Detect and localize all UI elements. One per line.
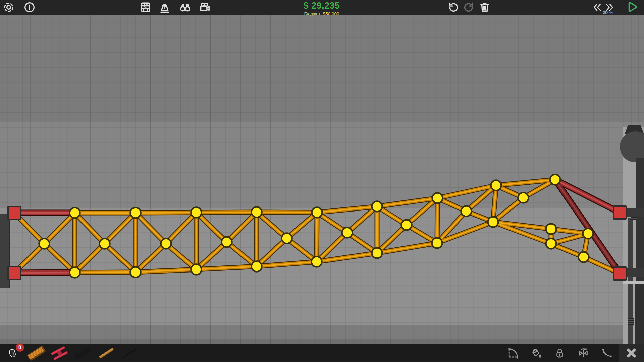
bridge-member-wood[interactable] <box>136 213 166 244</box>
blueprint-view-button[interactable] <box>139 0 153 15</box>
bridge-joint[interactable] <box>579 252 589 262</box>
bridge-joint[interactable] <box>401 220 412 230</box>
bridge-member-wood[interactable] <box>136 244 166 272</box>
tool-lock[interactable] <box>548 344 572 362</box>
bridge-joint[interactable] <box>70 208 80 218</box>
bridge-structure[interactable] <box>0 15 644 344</box>
tool-mirror-flip[interactable] <box>572 344 595 362</box>
bridge-joint[interactable] <box>546 224 556 234</box>
bridge-member-wood[interactable] <box>136 213 196 213</box>
road-icon <box>11 350 14 356</box>
budget-display: $ 29,235 Бюджет: $50,000 <box>288 0 355 16</box>
bridge-member-wood[interactable] <box>257 212 287 238</box>
zoom-level: 300% <box>596 10 620 15</box>
tool-spline-joints[interactable] <box>595 344 619 362</box>
bridge-member-wood[interactable] <box>287 213 317 238</box>
bridge-anchor[interactable] <box>613 206 626 219</box>
bridge-member-wood[interactable] <box>105 213 136 244</box>
play-icon <box>625 0 639 14</box>
weight-icon: T <box>159 1 171 13</box>
bridge-member-wood[interactable] <box>44 244 75 273</box>
delete-all-button[interactable] <box>478 0 492 15</box>
bridge-joint[interactable] <box>372 201 382 212</box>
bridge-member-wood[interactable] <box>105 244 136 272</box>
observe-button[interactable] <box>178 0 192 15</box>
bridge-anchor[interactable] <box>8 206 21 219</box>
bridge-joint[interactable] <box>342 228 353 238</box>
bridge-joint[interactable] <box>39 239 50 249</box>
bridge-joint[interactable] <box>461 206 472 217</box>
svg-text:T: T <box>163 6 166 10</box>
bridge-joint[interactable] <box>312 207 322 218</box>
tool-close[interactable] <box>619 344 644 362</box>
bridge-anchor[interactable] <box>8 266 21 279</box>
bridge-joint[interactable] <box>191 264 202 275</box>
bridge-member-steel[interactable] <box>14 273 75 273</box>
bridge-member-wood[interactable] <box>44 213 75 244</box>
bridge-joint[interactable] <box>583 229 593 239</box>
bridge-joint[interactable] <box>518 193 529 203</box>
current-cost: $ 29,235 <box>288 1 355 10</box>
material-wood[interactable] <box>26 344 46 362</box>
bridge-joint[interactable] <box>252 207 262 218</box>
material-cable[interactable] <box>120 344 140 362</box>
tool-palette <box>501 344 644 362</box>
steel-icon <box>51 346 68 360</box>
redo-button[interactable] <box>462 0 475 15</box>
bridge-joint[interactable] <box>252 261 262 272</box>
bridge-member-wood[interactable] <box>166 244 196 269</box>
material-road[interactable]: 0 <box>3 344 22 362</box>
bridge-anchor[interactable] <box>613 267 626 280</box>
gear-icon <box>3 1 15 13</box>
bridge-joint[interactable] <box>161 239 171 249</box>
bridge-member-wood[interactable] <box>75 213 105 244</box>
bridge-member-wood[interactable] <box>437 198 437 243</box>
bridge-member-wood[interactable] <box>196 212 257 213</box>
bridge-joint[interactable] <box>130 267 141 278</box>
budget-line: Бюджет: $50,000 <box>288 12 355 16</box>
bridge-member-wood[interactable] <box>257 212 317 213</box>
bridge-joint[interactable] <box>191 207 202 218</box>
bridge-member-wood[interactable] <box>227 212 257 242</box>
bridge-joint[interactable] <box>130 208 141 218</box>
bridge-joint[interactable] <box>222 237 232 247</box>
bridge-member-wood[interactable] <box>196 242 227 269</box>
undo-button[interactable] <box>447 0 460 15</box>
bridge-joint[interactable] <box>432 238 442 248</box>
bridge-joint[interactable] <box>488 217 498 227</box>
bridge-member-wood[interactable] <box>75 244 105 273</box>
bridge-member-wood[interactable] <box>75 272 136 273</box>
bridge-joint[interactable] <box>282 233 292 244</box>
top-toolbar: T <box>0 0 644 15</box>
bridge-joint[interactable] <box>312 257 322 267</box>
material-hydraulic[interactable] <box>73 344 93 362</box>
info-icon <box>24 2 35 13</box>
build-canvas[interactable] <box>0 15 644 344</box>
bridge-joint[interactable] <box>550 175 560 185</box>
tool-paint-fill[interactable] <box>525 344 548 362</box>
spline-joints-icon <box>601 347 613 359</box>
bridge-joint[interactable] <box>491 180 501 191</box>
bridge-member-wood[interactable] <box>317 213 317 262</box>
replay-camera-button[interactable] <box>198 0 212 15</box>
wood-icon <box>27 346 45 360</box>
material-steel[interactable] <box>50 344 69 362</box>
bridge-joint[interactable] <box>372 248 382 258</box>
bridge-member-wood[interactable] <box>196 213 227 242</box>
play-simulation-button[interactable] <box>624 0 639 15</box>
bridge-joint[interactable] <box>546 239 556 249</box>
grid-arch-icon <box>140 1 152 13</box>
material-rope[interactable] <box>97 344 116 362</box>
trash-icon <box>479 1 491 13</box>
cable-icon <box>122 348 138 358</box>
rope-icon <box>99 347 114 359</box>
bridge-member-wood[interactable] <box>166 213 196 244</box>
settings-button[interactable] <box>2 0 15 15</box>
bridge-joint[interactable] <box>100 239 110 249</box>
load-test-button[interactable]: T <box>158 0 172 15</box>
budget-value: $50,000 <box>323 11 339 16</box>
bridge-joint[interactable] <box>70 267 80 278</box>
bridge-joint[interactable] <box>432 193 443 203</box>
info-button[interactable] <box>23 0 36 15</box>
tool-arc-guide[interactable] <box>501 344 525 362</box>
